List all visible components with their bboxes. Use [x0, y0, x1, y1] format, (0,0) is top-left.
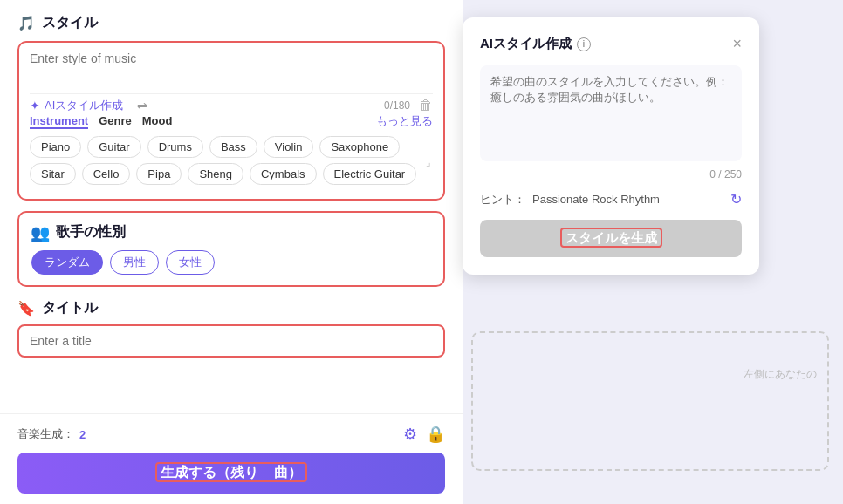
tag-drums[interactable]: Drums [147, 136, 203, 158]
refresh-icon[interactable]: ↻ [730, 191, 742, 208]
lock-icon-button[interactable]: 🔒 [426, 425, 445, 444]
ai-star-icon: ✦ [30, 99, 40, 112]
tag-saxophone[interactable]: Saxophone [319, 136, 400, 158]
music-gen-label: 音楽生成： 2 [17, 426, 86, 442]
bottom-icons: ⚙ 🔒 [403, 425, 445, 444]
music-gen-row: 音楽生成： 2 ⚙ 🔒 [17, 425, 445, 444]
ai-panel-header: AIスタイル作成 i × [480, 35, 742, 53]
tag-sitar[interactable]: Sitar [30, 163, 76, 185]
title-input[interactable] [30, 334, 433, 348]
tag-sheng[interactable]: Sheng [188, 163, 243, 185]
style-box: ⌟ ✦ AIスタイル作成 ⇌ 0/180 🗑 Instrument Genre … [17, 41, 445, 201]
gender-female-btn[interactable]: 女性 [166, 250, 215, 275]
style-input[interactable] [30, 51, 433, 86]
ai-char-count: 0 / 250 [480, 168, 742, 180]
hint-label: ヒント： [480, 192, 525, 208]
ai-style-label: AIスタイル作成 [45, 98, 123, 113]
gender-random-btn[interactable]: ランダム [31, 250, 103, 275]
style-icon: 🎵 [17, 15, 35, 32]
tag-categories: Instrument Genre Mood もっと見る [30, 113, 433, 129]
tags-row-2: Sitar Cello Pipa Sheng Cymbals Electric … [30, 163, 433, 185]
music-gen-text: 音楽生成： [17, 426, 74, 442]
tag-guitar[interactable]: Guitar [87, 136, 140, 158]
tag-cello[interactable]: Cello [82, 163, 131, 185]
ai-style-panel: AIスタイル作成 i × 0 / 250 ヒント： Passionate Roc… [463, 17, 759, 275]
ai-panel-title: AIスタイル作成 i [480, 36, 591, 52]
tag-electric-guitar[interactable]: Electric Guitar [323, 163, 417, 185]
resize-handle-icon: ⌟ [426, 157, 436, 167]
style-title: スタイル [42, 14, 98, 32]
tag-cats-left: Instrument Genre Mood [30, 114, 172, 129]
tags-row-1: Piano Guitar Drums Bass Violin Saxophone [30, 136, 433, 158]
settings-icon-button[interactable]: ⚙ [403, 425, 417, 444]
gender-icon: 👥 [31, 224, 49, 242]
style-section-header: 🎵 スタイル [17, 14, 445, 32]
generate-style-btn-text: スタイルを生成 [560, 228, 662, 248]
char-count: 0/180 [384, 99, 410, 112]
gen-count: 2 [79, 428, 86, 441]
dashed-drop-area [471, 331, 829, 471]
gender-section: 👥 歌手の性別 ランダム 男性 女性 [17, 211, 445, 287]
shuffle-icon[interactable]: ⇌ [137, 99, 147, 112]
tag-cymbals[interactable]: Cymbals [250, 163, 317, 185]
ai-style-button[interactable]: ✦ AIスタイル作成 [30, 98, 123, 113]
tag-violin[interactable]: Violin [264, 136, 314, 158]
bottom-bar: 音楽生成： 2 ⚙ 🔒 生成する（残り 曲） [0, 413, 463, 504]
gender-male-btn[interactable]: 男性 [110, 250, 159, 275]
style-toolbar: ✦ AIスタイル作成 ⇌ 0/180 🗑 [30, 93, 433, 113]
gender-title: 歌手の性別 [56, 223, 126, 242]
tag-pipa[interactable]: Pipa [136, 163, 182, 185]
gender-section-header: 👥 歌手の性別 [31, 223, 431, 242]
title-section-title: タイトル [42, 299, 98, 317]
ai-style-textarea[interactable] [480, 65, 742, 161]
close-button[interactable]: × [732, 35, 742, 53]
generate-button[interactable]: 生成する（残り 曲） [17, 453, 445, 494]
more-link[interactable]: もっと見る [376, 113, 433, 129]
title-section: 🔖 タイトル [17, 299, 445, 358]
generate-btn-text: 生成する（残り 曲） [155, 462, 307, 482]
right-hint-text: 左側にあなたの [744, 367, 817, 382]
tag-bass[interactable]: Bass [209, 136, 257, 158]
tag-cat-instrument[interactable]: Instrument [30, 114, 88, 129]
main-panel: 🎵 スタイル ⌟ ✦ AIスタイル作成 ⇌ 0/180 🗑 Instrument… [0, 0, 463, 504]
title-input-wrap [17, 324, 445, 358]
tag-cat-mood[interactable]: Mood [142, 114, 173, 129]
title-section-header: 🔖 タイトル [17, 299, 445, 317]
style-toolbar-right: 0/180 🗑 [384, 98, 433, 113]
info-icon[interactable]: i [577, 37, 591, 51]
hint-value: Passionate Rock Rhythm [532, 193, 723, 206]
gender-buttons: ランダム 男性 女性 [31, 250, 431, 275]
ai-panel-title-text: AIスタイル作成 [480, 36, 572, 52]
hint-row: ヒント： Passionate Rock Rhythm ↻ [480, 191, 742, 208]
tag-cat-genre[interactable]: Genre [99, 114, 132, 129]
generate-style-button[interactable]: スタイルを生成 [480, 220, 742, 257]
trash-icon[interactable]: 🗑 [419, 98, 433, 113]
tag-piano[interactable]: Piano [30, 136, 81, 158]
title-icon: 🔖 [17, 300, 35, 317]
